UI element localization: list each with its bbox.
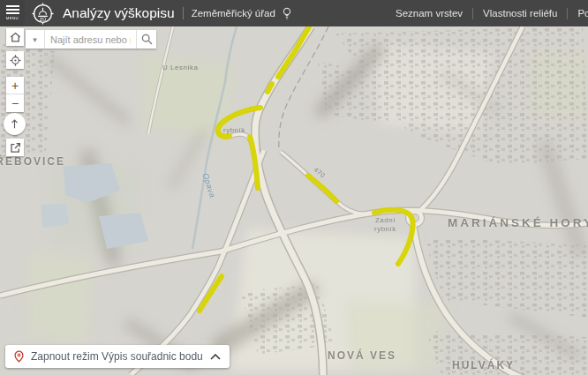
open-external-icon bbox=[10, 142, 21, 154]
menu-button-label: MENU bbox=[6, 17, 19, 20]
hamburger-icon bbox=[6, 5, 19, 14]
menu-button[interactable]: MENU bbox=[0, 0, 25, 26]
map-viewport[interactable]: TŘEBOVICE MARIÁNSKÉ HORY NOVÁ VES HULVÁK… bbox=[0, 26, 588, 375]
chevron-down-icon: ▾ bbox=[33, 35, 37, 44]
menu-separator bbox=[472, 8, 473, 19]
search-source-dropdown[interactable]: ▾ bbox=[26, 30, 45, 49]
search-button[interactable] bbox=[136, 30, 156, 49]
crosshair-location-icon bbox=[10, 55, 21, 66]
zoom-control: + − bbox=[6, 77, 24, 112]
locate-button[interactable] bbox=[6, 51, 24, 69]
home-button[interactable] bbox=[6, 28, 24, 46]
coordinate-mode-label: Zapnout režim Výpis souřadnic bodu bbox=[31, 350, 203, 363]
place-label-hulvaky: HULVÁKY bbox=[452, 359, 515, 371]
search-input[interactable] bbox=[45, 30, 136, 49]
search-box: ▾ bbox=[26, 30, 156, 49]
zoom-out-button[interactable]: − bbox=[6, 94, 24, 112]
zoom-in-button[interactable]: + bbox=[6, 77, 24, 94]
export-share-button[interactable] bbox=[6, 139, 24, 156]
map-pin-icon bbox=[14, 350, 24, 363]
home-icon bbox=[10, 32, 21, 42]
menu-item-viewshed[interactable]: Pole viditelnosti bbox=[577, 8, 588, 19]
search-icon bbox=[141, 34, 153, 45]
menu-separator bbox=[567, 8, 568, 19]
app-title: Analýzy výškopisu bbox=[63, 5, 175, 21]
map-canvas bbox=[0, 26, 588, 375]
place-label-marianske-hory: MARIÁNSKÉ HORY bbox=[448, 216, 588, 229]
compass-north-button[interactable] bbox=[4, 113, 26, 135]
street-label-u-lesnika: U Lesníka bbox=[162, 64, 199, 71]
survey-office-logo-icon: ZÚ bbox=[32, 3, 54, 25]
lightbulb-icon[interactable] bbox=[282, 7, 292, 20]
menu-item-relief-properties[interactable]: Vlastnosti reliéfu bbox=[483, 8, 557, 19]
place-label-nova-ves: NOVÁ VES bbox=[328, 349, 396, 362]
header-menu: Seznam vrstev Vlastnosti reliéfu Pole vi… bbox=[396, 0, 588, 26]
header-divider bbox=[183, 7, 184, 19]
pond-label-rybnik: rybník bbox=[223, 126, 245, 134]
place-label-trebovice: TŘEBOVICE bbox=[0, 155, 65, 168]
coordinate-mode-button[interactable]: Zapnout režim Výpis souřadnic bodu bbox=[5, 345, 230, 368]
org-name: Zeměměřický úřad bbox=[192, 8, 275, 19]
chevron-up-icon bbox=[210, 354, 221, 360]
north-arrow-icon bbox=[8, 117, 21, 131]
pond-label-zadni-rybnik: Zadní rybník bbox=[374, 216, 396, 234]
svg-text:ZÚ: ZÚ bbox=[40, 16, 47, 21]
app-header: MENU ZÚ Analýzy výškopisu Zeměměřický úř… bbox=[0, 0, 588, 26]
menu-item-layer-list[interactable]: Seznam vrstev bbox=[396, 8, 463, 19]
